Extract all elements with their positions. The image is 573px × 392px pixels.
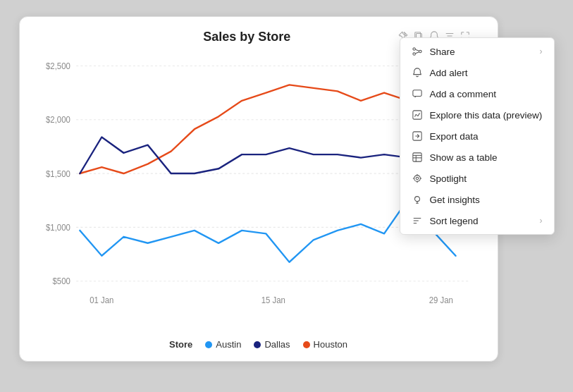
- svg-point-36: [414, 197, 419, 202]
- menu-item-add-alert[interactable]: Add alert: [400, 62, 554, 83]
- svg-rect-26: [412, 153, 421, 161]
- share-icon: [412, 46, 423, 57]
- add-comment-icon: [412, 88, 423, 99]
- menu-label-insights: Get insights: [430, 195, 480, 205]
- svg-rect-20: [412, 90, 421, 97]
- legend-dallas: Dallas: [254, 339, 290, 350]
- explore-icon: [412, 109, 423, 121]
- menu-item-export[interactable]: Export data: [400, 125, 554, 147]
- houston-dot: [303, 341, 310, 348]
- houston-label: Houston: [314, 339, 347, 350]
- menu-label-export: Export data: [430, 131, 479, 142]
- menu-item-sort-legend[interactable]: Sort legend ›: [400, 210, 554, 231]
- svg-text:29 Jan: 29 Jan: [429, 295, 452, 306]
- chart-title: Sales by Store: [96, 30, 398, 44]
- svg-text:$1,500: $1,500: [46, 169, 70, 179]
- svg-point-17: [412, 53, 415, 56]
- svg-line-18: [415, 49, 419, 51]
- sort-legend-arrow: ›: [540, 216, 543, 226]
- svg-text:$500: $500: [52, 276, 70, 287]
- menu-item-insights[interactable]: Get insights: [400, 189, 554, 210]
- legend-houston: Houston: [303, 339, 347, 350]
- share-arrow: ›: [540, 47, 543, 56]
- legend-austin: Austin: [205, 339, 241, 350]
- svg-line-23: [416, 114, 418, 116]
- svg-text:$2,000: $2,000: [46, 115, 70, 125]
- austin-label: Austin: [216, 339, 241, 350]
- svg-line-19: [415, 52, 419, 54]
- svg-text:$1,000: $1,000: [46, 222, 70, 233]
- menu-label-share: Share: [430, 47, 455, 57]
- add-alert-icon: [412, 67, 423, 78]
- svg-line-22: [414, 114, 416, 117]
- menu-item-table[interactable]: Show as a table: [400, 147, 554, 168]
- menu-item-share[interactable]: Share ›: [400, 41, 554, 62]
- menu-label-sort-legend: Sort legend: [430, 216, 479, 226]
- context-menu: Share › Add alert Add a comment: [400, 37, 555, 235]
- spotlight-icon: [412, 173, 423, 184]
- outer-container: Sales by Store ···: [19, 16, 555, 376]
- sort-icon: [412, 215, 423, 226]
- svg-text:15 Jan: 15 Jan: [261, 295, 285, 306]
- menu-item-explore[interactable]: Explore this data (preview): [400, 104, 554, 125]
- legend-store-label: Store: [169, 339, 192, 350]
- menu-label-explore: Explore this data (preview): [430, 110, 543, 121]
- menu-item-spotlight[interactable]: Spotlight: [400, 168, 554, 189]
- svg-rect-21: [412, 111, 421, 119]
- svg-point-31: [416, 177, 419, 180]
- svg-text:01 Jan: 01 Jan: [90, 295, 113, 306]
- table-icon: [412, 152, 423, 163]
- svg-point-16: [412, 48, 415, 51]
- insights-icon: [412, 194, 423, 205]
- menu-label-spotlight: Spotlight: [430, 173, 467, 184]
- dallas-dot: [254, 341, 261, 348]
- svg-line-24: [417, 113, 419, 116]
- svg-point-15: [419, 50, 421, 53]
- chart-legend: Store Austin Dallas Houston: [32, 339, 485, 353]
- dallas-label: Dallas: [264, 339, 290, 350]
- export-icon: [412, 130, 423, 142]
- menu-label-add-comment: Add a comment: [430, 89, 497, 99]
- svg-point-30: [414, 176, 420, 182]
- austin-dot: [205, 341, 212, 348]
- menu-label-add-alert: Add alert: [430, 68, 468, 78]
- menu-label-table: Show as a table: [430, 152, 498, 163]
- svg-text:$2,500: $2,500: [46, 61, 70, 72]
- menu-item-add-comment[interactable]: Add a comment: [400, 83, 554, 104]
